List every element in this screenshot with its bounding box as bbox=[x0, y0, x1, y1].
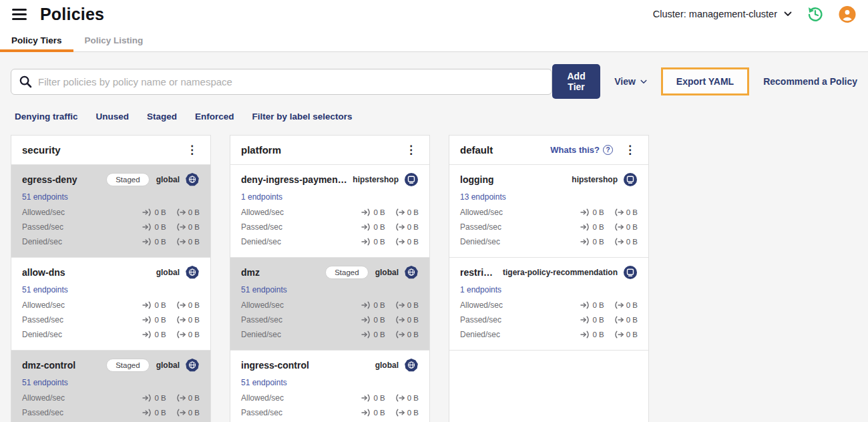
stat-label: Passed/sec bbox=[22, 222, 63, 232]
endpoints-link[interactable]: 51 endpoints bbox=[22, 192, 68, 202]
recommend-policy-button[interactable]: Recommend a Policy bbox=[763, 76, 857, 87]
policy-card[interactable]: dmz Staged global 51 endpoints Allowed/s… bbox=[230, 258, 429, 351]
endpoints-link[interactable]: 51 endpoints bbox=[22, 378, 68, 387]
search-input[interactable] bbox=[38, 76, 544, 87]
policy-card[interactable]: allow-dns global 51 endpoints Allowed/se… bbox=[11, 258, 210, 351]
stat-value: 0 B bbox=[188, 331, 200, 339]
chevron-down-icon bbox=[640, 79, 647, 84]
policy-name: restricted bbox=[460, 267, 497, 278]
egress-icon bbox=[395, 315, 405, 325]
stat-label: Passed/sec bbox=[460, 315, 501, 325]
egress-icon bbox=[395, 300, 405, 310]
stat-value: 0 B bbox=[154, 331, 166, 339]
ingress-icon bbox=[580, 315, 590, 325]
tier-board: security ⋮ egress-deny Staged global 51 … bbox=[0, 122, 868, 422]
ingress-icon bbox=[580, 237, 590, 246]
ingress-icon bbox=[361, 222, 371, 232]
export-yaml-button[interactable]: Export YAML bbox=[676, 76, 734, 87]
stat-value: 0 B bbox=[188, 394, 200, 402]
history-icon[interactable] bbox=[807, 5, 824, 23]
tier-menu-icon[interactable]: ⋮ bbox=[622, 143, 638, 157]
endpoints-link[interactable]: 51 endpoints bbox=[241, 285, 287, 294]
cluster-selector-label: Cluster: management-cluster bbox=[653, 9, 777, 19]
egress-icon bbox=[614, 300, 624, 310]
policy-card[interactable]: deny-ingress-paymentservi… hipstershop 1… bbox=[230, 165, 429, 258]
staged-badge: Staged bbox=[325, 266, 368, 279]
global-scope-icon bbox=[404, 358, 419, 373]
user-avatar[interactable] bbox=[839, 5, 856, 23]
whats-this-link[interactable]: Whats this? ? bbox=[550, 145, 613, 155]
policy-scope-label: hipstershop bbox=[353, 175, 399, 184]
ingress-icon bbox=[361, 237, 371, 246]
endpoints-link[interactable]: 51 endpoints bbox=[22, 285, 68, 294]
policy-card[interactable]: restricted tigera-policy-recommendation … bbox=[449, 258, 648, 351]
stat-value: 0 B bbox=[373, 409, 385, 417]
search-icon bbox=[19, 75, 32, 88]
stat-value: 0 B bbox=[407, 223, 419, 231]
filter-by-label-selectors[interactable]: Filter by label selectors bbox=[252, 112, 353, 122]
ingress-icon bbox=[580, 300, 590, 310]
endpoints-link[interactable]: 51 endpoints bbox=[241, 378, 287, 387]
egress-icon bbox=[395, 208, 405, 217]
stat-value: 0 B bbox=[188, 409, 200, 417]
stat-value: 0 B bbox=[373, 331, 385, 339]
whats-this-label: Whats this? bbox=[550, 145, 600, 155]
stat-label: Denied/sec bbox=[22, 330, 62, 339]
tier-menu-icon[interactable]: ⋮ bbox=[184, 143, 200, 157]
policy-card[interactable]: ingress-control global 51 endpoints Allo… bbox=[230, 351, 429, 422]
stat-value: 0 B bbox=[154, 394, 166, 402]
egress-icon bbox=[176, 237, 186, 246]
policy-card[interactable]: dmz-control Staged global 51 endpoints A… bbox=[11, 351, 210, 422]
stat-value: 0 B bbox=[626, 238, 638, 246]
stat-value: 0 B bbox=[154, 238, 166, 246]
policy-card[interactable]: egress-deny Staged global 51 endpoints A… bbox=[11, 165, 210, 258]
egress-icon bbox=[395, 408, 405, 417]
stat-value: 0 B bbox=[626, 331, 638, 339]
stat-value: 0 B bbox=[407, 331, 419, 339]
endpoints-link[interactable]: 13 endpoints bbox=[460, 192, 506, 202]
endpoints-link[interactable]: 1 endpoints bbox=[460, 285, 501, 294]
policy-card[interactable]: logging hipstershop 13 endpoints Allowed… bbox=[449, 165, 648, 258]
add-tier-button[interactable]: Add Tier bbox=[552, 64, 600, 99]
filter-enforced[interactable]: Enforced bbox=[195, 112, 234, 122]
ingress-icon bbox=[142, 237, 152, 246]
stat-value: 0 B bbox=[373, 223, 385, 231]
tab-policy-listing[interactable]: Policy Listing bbox=[73, 28, 155, 51]
stat-value: 0 B bbox=[592, 223, 604, 231]
tab-bar: Policy Tiers Policy Listing bbox=[0, 28, 868, 52]
toolbar: Add Tier View Export YAML Recommend a Po… bbox=[0, 52, 868, 99]
policy-search[interactable] bbox=[11, 69, 552, 95]
egress-icon bbox=[176, 393, 186, 403]
tier-column-platform: platform ⋮ deny-ingress-paymentservi… hi… bbox=[230, 135, 430, 422]
view-dropdown[interactable]: View bbox=[614, 76, 647, 87]
ingress-icon bbox=[142, 330, 152, 339]
policy-scope-label: global bbox=[375, 268, 399, 277]
stat-label: Denied/sec bbox=[241, 330, 281, 339]
stat-value: 0 B bbox=[154, 301, 166, 309]
policy-name: allow-dns bbox=[22, 267, 151, 278]
cluster-selector[interactable]: Cluster: management-cluster bbox=[653, 9, 792, 19]
stat-label: Allowed/sec bbox=[22, 208, 65, 217]
tier-menu-icon[interactable]: ⋮ bbox=[403, 143, 419, 157]
tab-policy-tiers[interactable]: Policy Tiers bbox=[0, 28, 73, 51]
page-title: Policies bbox=[40, 5, 104, 24]
stat-label: Allowed/sec bbox=[241, 393, 284, 403]
filter-denying-traffic[interactable]: Denying traffic bbox=[15, 112, 78, 122]
ingress-icon bbox=[580, 330, 590, 339]
global-scope-icon bbox=[185, 172, 200, 187]
egress-icon bbox=[614, 315, 624, 325]
policy-scope-label: hipstershop bbox=[572, 175, 618, 184]
stat-value: 0 B bbox=[188, 238, 200, 246]
stat-value: 0 B bbox=[407, 394, 419, 402]
hamburger-menu-icon[interactable] bbox=[12, 9, 27, 20]
endpoints-link[interactable]: 1 endpoints bbox=[241, 192, 282, 202]
filter-unused[interactable]: Unused bbox=[96, 112, 130, 122]
namespace-scope-icon bbox=[404, 172, 419, 187]
stat-value: 0 B bbox=[373, 394, 385, 402]
global-scope-icon bbox=[185, 265, 200, 280]
stat-value: 0 B bbox=[626, 316, 638, 324]
filter-staged[interactable]: Staged bbox=[147, 112, 177, 122]
policy-scope-label: global bbox=[156, 268, 180, 277]
stat-value: 0 B bbox=[407, 316, 419, 324]
egress-icon bbox=[614, 330, 624, 339]
